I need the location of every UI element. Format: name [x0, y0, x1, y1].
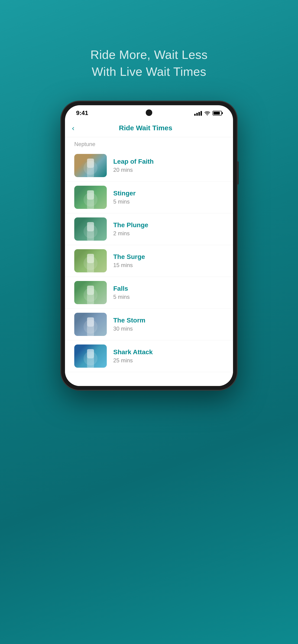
- svg-point-0: [207, 115, 207, 116]
- ride-info: Shark Attack 25 mins: [113, 348, 153, 364]
- ride-wait: 5 mins: [113, 198, 136, 205]
- ride-name: Shark Attack: [113, 348, 153, 356]
- status-time: 9:41: [76, 110, 88, 116]
- back-button[interactable]: ‹: [72, 124, 75, 132]
- ride-wait: 25 mins: [113, 357, 153, 364]
- phone-wrapper: 9:41: [61, 101, 237, 390]
- battery-icon: [213, 111, 222, 116]
- ride-wait: 5 mins: [113, 294, 130, 300]
- ride-wait: 20 mins: [113, 167, 154, 173]
- wifi-icon: [204, 111, 210, 116]
- phone-screen: 9:41: [65, 105, 233, 386]
- list-item[interactable]: Stinger 5 mins: [65, 182, 233, 213]
- ride-info: Stinger 5 mins: [113, 190, 136, 205]
- ride-wait: 15 mins: [113, 262, 145, 268]
- ride-name: Leap of Faith: [113, 158, 154, 165]
- signal-icon: [194, 110, 202, 116]
- status-icons: [194, 110, 222, 116]
- ride-info: The Surge 15 mins: [113, 253, 145, 268]
- ride-thumbnail: [74, 186, 107, 209]
- list-item[interactable]: Falls 5 mins: [65, 277, 233, 308]
- ride-name: Stinger: [113, 190, 136, 197]
- bottom-space: [65, 372, 233, 386]
- rides-list: Leap of Faith 20 mins Stinger 5 mins: [65, 150, 233, 372]
- ride-name: Falls: [113, 285, 130, 292]
- app-header: ‹ Ride Wait Times: [65, 119, 233, 137]
- tagline-line2: With Live Wait Times: [90, 63, 207, 80]
- ride-name: The Storm: [113, 317, 145, 324]
- status-bar: 9:41: [65, 105, 233, 119]
- list-item[interactable]: Shark Attack 25 mins: [65, 340, 233, 372]
- page-title: Ride Wait Times: [77, 124, 214, 132]
- ride-thumbnail: [74, 249, 107, 272]
- tagline-line1: Ride More, Wait Less: [90, 46, 207, 63]
- ride-wait: 30 mins: [113, 326, 145, 332]
- ride-info: The Plunge 2 mins: [113, 222, 148, 237]
- list-item[interactable]: Leap of Faith 20 mins: [65, 150, 233, 182]
- ride-info: Falls 5 mins: [113, 285, 130, 300]
- ride-thumbnail: [74, 154, 107, 177]
- ride-name: The Plunge: [113, 222, 148, 229]
- section-label: Neptune: [65, 137, 233, 150]
- list-item[interactable]: The Surge 15 mins: [65, 245, 233, 277]
- ride-thumbnail: [74, 313, 107, 336]
- ride-info: Leap of Faith 20 mins: [113, 158, 154, 173]
- ride-thumbnail: [74, 281, 107, 304]
- ride-thumbnail: [74, 218, 107, 241]
- ride-info: The Storm 30 mins: [113, 317, 145, 332]
- phone-frame: 9:41: [61, 101, 237, 390]
- ride-wait: 2 mins: [113, 230, 148, 237]
- list-item[interactable]: The Storm 30 mins: [65, 308, 233, 340]
- battery-fill: [213, 112, 220, 114]
- tagline: Ride More, Wait Less With Live Wait Time…: [90, 46, 207, 80]
- list-item[interactable]: The Plunge 2 mins: [65, 213, 233, 245]
- ride-name: The Surge: [113, 253, 145, 260]
- ride-thumbnail: [74, 344, 107, 368]
